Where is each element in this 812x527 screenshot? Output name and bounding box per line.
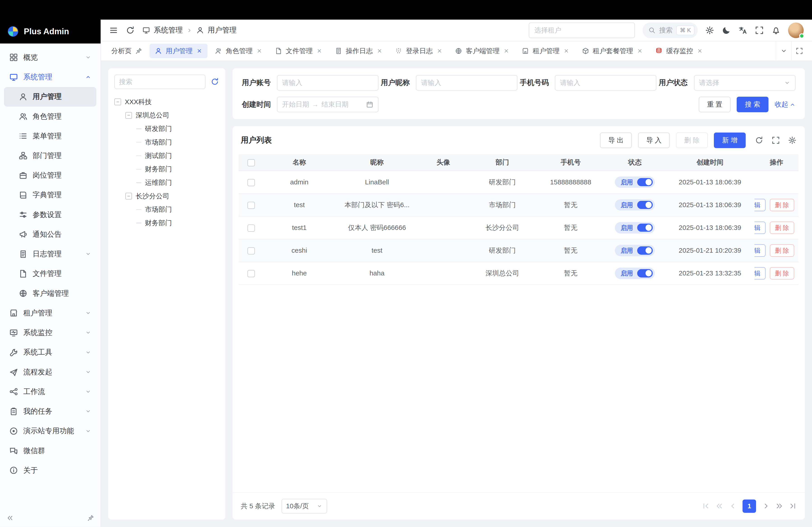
refresh-table-icon[interactable] xyxy=(755,136,763,145)
sidebar-item-parameter-settings[interactable]: 参数设置 xyxy=(4,205,96,225)
pagination-next-button[interactable] xyxy=(763,502,770,510)
sidebar-item-system-management[interactable]: 系统管理 xyxy=(4,67,96,87)
tenant-select[interactable] xyxy=(529,22,635,38)
breadcrumb-level-1[interactable]: 系统管理 xyxy=(154,25,183,35)
status-toggle[interactable]: 启用 xyxy=(615,222,655,234)
sidebar-item-demo-features[interactable]: 演示站专用功能 xyxy=(4,421,96,441)
tab-operation-log[interactable]: 操作日志 xyxy=(330,44,388,58)
toggle-switch[interactable] xyxy=(637,246,653,255)
sidebar-item-user-management[interactable]: 用户管理 xyxy=(4,87,96,107)
sidebar-item-about[interactable]: 关于 xyxy=(4,461,96,480)
row-checkbox[interactable] xyxy=(247,270,255,277)
row-checkbox[interactable] xyxy=(247,202,255,209)
pin-icon[interactable] xyxy=(135,47,142,55)
tree-refresh-icon[interactable] xyxy=(211,77,219,86)
row-checkbox[interactable] xyxy=(247,247,255,255)
sidebar-item-workflow[interactable]: 工作流 xyxy=(4,382,96,402)
content-fullscreen-button[interactable] xyxy=(791,42,807,61)
pagination-prev-jump-button[interactable] xyxy=(716,502,723,510)
batch-delete-button[interactable]: 删 除 xyxy=(676,133,708,148)
language-button[interactable] xyxy=(738,26,747,35)
account-input[interactable] xyxy=(282,79,374,87)
sidebar-pin-icon[interactable] xyxy=(87,514,94,522)
close-tab-icon[interactable] xyxy=(376,48,383,54)
dark-mode-button[interactable] xyxy=(722,26,731,35)
sidebar-item-dict-management[interactable]: 字典管理 xyxy=(4,185,96,205)
add-user-button[interactable]: 新 增 xyxy=(714,133,746,148)
breadcrumb-level-2[interactable]: 用户管理 xyxy=(208,25,237,35)
row-checkbox[interactable] xyxy=(247,225,255,232)
sidebar-item-post-management[interactable]: 岗位管理 xyxy=(4,166,96,185)
collapse-node-icon[interactable]: − xyxy=(126,193,132,199)
close-tab-icon[interactable] xyxy=(196,48,203,54)
column-settings-icon[interactable] xyxy=(788,136,796,145)
tab-options-button[interactable] xyxy=(776,42,791,61)
tree-node-dept[interactable]: 市场部门 xyxy=(114,203,219,216)
tenant-select-input[interactable] xyxy=(534,26,629,34)
menu-toggle-button[interactable] xyxy=(109,26,118,35)
search-button[interactable]: 搜 索 xyxy=(737,97,768,112)
sidebar-item-file-management[interactable]: 文件管理 xyxy=(4,264,96,284)
close-tab-icon[interactable] xyxy=(637,48,643,54)
tab-login-log[interactable]: 登录日志 xyxy=(390,44,448,58)
tree-node-dept[interactable]: 研发部门 xyxy=(114,122,219,136)
sidebar-item-role-management[interactable]: 角色管理 xyxy=(4,107,96,126)
reset-button[interactable]: 重 置 xyxy=(699,97,730,112)
pagination-prev-button[interactable] xyxy=(729,502,737,510)
sidebar-item-process-initiation[interactable]: 流程发起 xyxy=(4,362,96,382)
page-size-select[interactable]: 10条/页 xyxy=(281,499,327,513)
tree-node-branch[interactable]: −深圳总公司 xyxy=(114,109,219,122)
pagination-first-button[interactable] xyxy=(702,502,709,510)
close-tab-icon[interactable] xyxy=(316,48,322,54)
sidebar-item-log-management[interactable]: 日志管理 xyxy=(4,244,96,264)
global-search-button[interactable]: 搜索 ⌘ K xyxy=(643,22,698,38)
tree-node-dept[interactable]: 测试部门 xyxy=(114,149,219,163)
sidebar-item-wechat-group[interactable]: 微信群 xyxy=(4,441,96,461)
tree-search-input[interactable] xyxy=(119,78,201,86)
date-range-picker[interactable]: 开始日期 → 结束日期 xyxy=(277,97,378,112)
close-tab-icon[interactable] xyxy=(697,48,703,54)
refresh-page-button[interactable] xyxy=(126,26,135,35)
close-tab-icon[interactable] xyxy=(256,48,263,54)
tab-cache-monitor[interactable]: 缓存监控 xyxy=(650,44,708,58)
tree-node-dept[interactable]: 财务部门 xyxy=(114,216,219,230)
sidebar-item-client-management[interactable]: 客户端管理 xyxy=(4,284,96,303)
toggle-switch[interactable] xyxy=(637,224,653,232)
tab-user-management[interactable]: 用户管理 xyxy=(149,44,207,58)
toggle-switch[interactable] xyxy=(637,201,653,209)
close-tab-icon[interactable] xyxy=(563,48,569,54)
sidebar-item-tenant-management[interactable]: 租户管理 xyxy=(4,303,96,323)
select-all-checkbox[interactable] xyxy=(247,159,255,166)
status-select[interactable]: 请选择 xyxy=(694,75,796,91)
tree-node-company[interactable]: −XXX科技 xyxy=(114,95,219,109)
pagination-page-1-button[interactable]: 1 xyxy=(742,499,756,513)
delete-button[interactable]: 删 除 xyxy=(770,267,794,280)
tree-node-dept[interactable]: 市场部门 xyxy=(114,135,219,149)
notifications-button[interactable] xyxy=(772,26,780,35)
sidebar-item-department-management[interactable]: 部门管理 xyxy=(4,146,96,165)
pagination-last-button[interactable] xyxy=(789,502,796,510)
tab-role-management[interactable]: 角色管理 xyxy=(210,44,268,58)
close-tab-icon[interactable] xyxy=(503,48,509,54)
nickname-input[interactable] xyxy=(421,79,512,87)
delete-button[interactable]: 删 除 xyxy=(770,222,794,234)
sidebar-item-my-tasks[interactable]: 我的任务 xyxy=(4,402,96,421)
collapse-filters-button[interactable]: 收起 xyxy=(775,100,796,109)
status-toggle[interactable]: 启用 xyxy=(615,268,655,279)
edit-button[interactable]: 编 辑 xyxy=(754,244,766,257)
user-avatar[interactable] xyxy=(788,22,804,38)
delete-button[interactable]: 删 除 xyxy=(770,199,794,211)
toggle-switch[interactable] xyxy=(637,269,653,277)
toggle-switch[interactable] xyxy=(637,178,653,186)
status-toggle[interactable]: 启用 xyxy=(615,245,655,256)
tab-tenant-package-management[interactable]: 租户套餐管理 xyxy=(577,44,648,58)
settings-button[interactable] xyxy=(705,26,714,35)
status-toggle[interactable]: 启用 xyxy=(615,199,655,211)
collapse-node-icon[interactable]: − xyxy=(126,112,132,119)
tree-node-dept[interactable]: 运维部门 xyxy=(114,176,219,190)
edit-button[interactable]: 编 辑 xyxy=(754,267,766,280)
tree-node-dept[interactable]: 财务部门 xyxy=(114,163,219,176)
table-fullscreen-icon[interactable] xyxy=(772,136,780,145)
sidebar-item-system-tools[interactable]: 系统工具 xyxy=(4,343,96,362)
tab-tenant-management[interactable]: 租户管理 xyxy=(517,44,575,58)
